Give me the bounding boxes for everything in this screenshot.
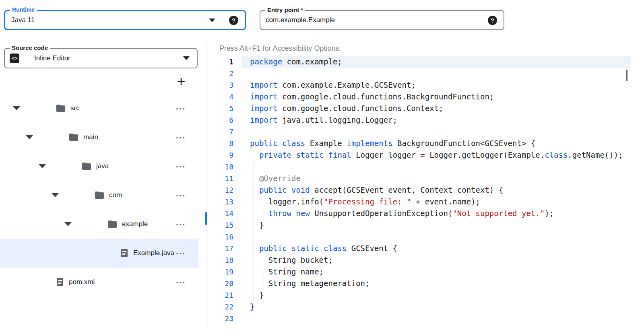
code-line-content: import com.example.Example.GCSEvent; — [242, 79, 631, 91]
tree-item-label: Example.java — [133, 249, 174, 257]
code-line-content: private static final Logger logger = Log… — [242, 149, 631, 161]
more-options-button[interactable]: ... — [176, 246, 186, 257]
entry-point-help-icon[interactable]: ? — [488, 16, 497, 25]
panel-resize-handle[interactable] — [205, 212, 207, 225]
line-number[interactable]: 20 — [207, 278, 233, 289]
line-number[interactable]: 23 — [207, 313, 233, 324]
runtime-help-icon[interactable]: ? — [229, 16, 238, 25]
code-line[interactable]: 9 private static final Logger logger = L… — [207, 149, 644, 161]
code-line[interactable]: 21 } — [207, 289, 644, 301]
code-line[interactable]: 3 import com.example.Example.GCSEvent; — [207, 79, 644, 91]
line-number[interactable]: 4 — [207, 91, 233, 103]
code-line[interactable]: 19 String name; — [207, 266, 644, 278]
code-line-content: String metageneration; — [242, 278, 631, 289]
code-line[interactable]: 5 import com.google.cloud.functions.Cont… — [207, 103, 644, 114]
more-options-button[interactable]: ... — [176, 159, 186, 170]
entry-point-label: Entry point * — [265, 6, 305, 13]
tree-item-example[interactable]: example ... — [0, 210, 198, 239]
line-number[interactable]: 11 — [207, 173, 233, 184]
line-number[interactable]: 7 — [207, 126, 233, 138]
line-number[interactable]: 9 — [207, 149, 233, 161]
line-number[interactable]: 5 — [207, 103, 233, 114]
entry-point-field[interactable]: Entry point * ? — [260, 10, 504, 30]
line-number[interactable]: 6 — [207, 114, 233, 126]
expand-arrow-icon[interactable] — [13, 106, 20, 110]
entry-point-input[interactable] — [266, 16, 483, 24]
line-number[interactable]: 17 — [207, 243, 233, 254]
code-line[interactable]: 15 } — [207, 219, 644, 231]
accessibility-hint: Press Alt+F1 for Accessibility Options. — [219, 44, 341, 53]
code-line[interactable]: 18 String bucket; — [207, 254, 644, 266]
code-line-content: @Override — [242, 173, 631, 184]
code-editor[interactable]: Press Alt+F1 for Accessibility Options. … — [207, 42, 644, 329]
code-line[interactable]: 4 import com.google.cloud.functions.Back… — [207, 91, 644, 103]
code-line[interactable]: 14 throw new UnsupportedOperationExcepti… — [207, 208, 644, 219]
code-line[interactable]: 7 — [207, 126, 644, 138]
code-line[interactable]: 1 package com.example; — [207, 56, 644, 68]
line-number[interactable]: 18 — [207, 254, 233, 266]
more-options-button[interactable]: ... — [176, 217, 186, 228]
line-number[interactable]: 2 — [207, 68, 233, 79]
expand-arrow-icon[interactable] — [26, 135, 33, 139]
code-line-content: } — [242, 289, 631, 301]
expand-arrow-icon[interactable] — [64, 222, 72, 226]
tree-item-main[interactable]: main ... — [0, 123, 198, 152]
tree-item-Example.java[interactable]: Example.java ... — [0, 239, 198, 268]
code-line-content: String bucket; — [242, 254, 631, 266]
source-code-label: Source code — [10, 44, 50, 51]
line-number[interactable]: 10 — [207, 161, 233, 173]
code-line[interactable]: 23 — [207, 313, 644, 324]
code-line-content: public void accept(GCSEvent event, Conte… — [242, 184, 631, 196]
tree-item-com[interactable]: com ... — [0, 181, 198, 210]
tree-item-label: main — [83, 133, 98, 141]
tree-item-label: java — [96, 162, 109, 170]
code-line-content: String name; — [242, 266, 631, 278]
more-options-button[interactable]: ... — [176, 188, 186, 199]
add-file-button[interactable]: + — [175, 75, 188, 89]
line-number[interactable]: 8 — [207, 138, 233, 149]
code-line[interactable]: 12 public void accept(GCSEvent event, Co… — [207, 184, 644, 196]
file-tree: src ... main ... java ... com ... — [0, 94, 198, 297]
code-line[interactable]: 16 — [207, 231, 644, 243]
code-line[interactable]: 2 — [207, 68, 644, 79]
tree-item-src[interactable]: src ... — [0, 94, 198, 123]
line-number[interactable]: 15 — [207, 219, 233, 231]
source-code-selector[interactable]: Source code <> Inline Editor — [4, 48, 198, 68]
indent-guide — [264, 268, 264, 303]
line-number[interactable]: 21 — [207, 289, 233, 301]
code-line[interactable]: 17 public static class GCSEvent { — [207, 243, 644, 254]
code-line[interactable]: 13 logger.info("Processing file: " + eve… — [207, 196, 644, 208]
chevron-down-icon[interactable] — [209, 19, 215, 22]
code-line-content: public class Example implements Backgrou… — [242, 138, 631, 149]
code-line[interactable]: 11 @Override — [207, 173, 644, 184]
tree-item-java[interactable]: java ... — [0, 152, 198, 181]
line-number[interactable]: 22 — [207, 301, 233, 313]
more-options-button[interactable]: ... — [176, 101, 186, 112]
code-line[interactable]: 8 public class Example implements Backgr… — [207, 138, 644, 149]
code-lines: 1 package com.example; 2 3 import com.ex… — [207, 56, 644, 324]
line-number[interactable]: 13 — [207, 196, 233, 208]
line-number[interactable]: 14 — [207, 208, 233, 219]
tree-item-label: src — [70, 104, 80, 112]
more-options-button[interactable]: ... — [176, 130, 186, 141]
code-line[interactable]: 10 — [207, 161, 644, 173]
tree-item-pom.xml[interactable]: pom.xml ... — [0, 268, 198, 297]
line-number[interactable]: 16 — [207, 231, 233, 243]
folder-icon — [108, 221, 117, 228]
line-number[interactable]: 19 — [207, 266, 233, 278]
tree-item-label: com — [109, 191, 122, 199]
chevron-down-icon[interactable] — [183, 56, 190, 60]
code-line[interactable]: 6 import java.util.logging.Logger; — [207, 114, 644, 126]
expand-arrow-icon[interactable] — [52, 193, 59, 197]
runtime-select[interactable]: Runtime Java 11 ? — [4, 10, 246, 30]
code-line[interactable]: 22 } — [207, 301, 644, 313]
runtime-value: Java 11 — [11, 16, 209, 24]
expand-arrow-icon[interactable] — [39, 164, 46, 168]
folder-icon — [95, 192, 104, 199]
line-number[interactable]: 3 — [207, 79, 233, 91]
code-line[interactable]: 20 String metageneration; — [207, 278, 644, 289]
line-number[interactable]: 1 — [207, 56, 233, 68]
code-line-content: } — [242, 301, 631, 313]
more-options-button[interactable]: ... — [176, 275, 186, 286]
line-number[interactable]: 12 — [207, 184, 233, 196]
